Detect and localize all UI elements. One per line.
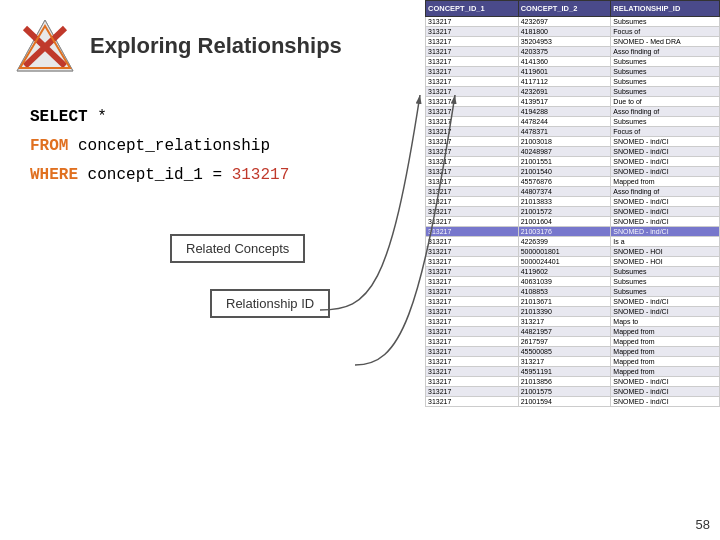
table-cell: Subsumes — [611, 67, 720, 77]
table-cell: 313217 — [426, 137, 519, 147]
table-row: 31321744807374Asso finding of — [426, 187, 720, 197]
sql-select-keyword: SELECT — [30, 108, 88, 126]
annotations-area: Related Concepts Relationship ID — [40, 234, 430, 354]
table-cell: 45500085 — [518, 347, 611, 357]
table-row: 3132174478371Focus of — [426, 127, 720, 137]
table-cell: 4478244 — [518, 117, 611, 127]
table-row: 31321745576876Mapped from — [426, 177, 720, 187]
table-cell: Focus of — [611, 27, 720, 37]
table-cell: 313217 — [426, 277, 519, 287]
table-cell: 313217 — [426, 207, 519, 217]
table-cell: 44807374 — [518, 187, 611, 197]
table-cell: 5000001801 — [518, 247, 611, 257]
table-cell: 313217 — [426, 347, 519, 357]
left-panel: Exploring Relationships SELECT * FROM co… — [0, 0, 430, 540]
table-cell: 4119601 — [518, 67, 611, 77]
table-row: 3132175000001801SNOMED - HOI — [426, 247, 720, 257]
table-cell: SNOMED - ind/CI — [611, 307, 720, 317]
table-cell: Mapped from — [611, 347, 720, 357]
table-cell: Subsumes — [611, 17, 720, 27]
table-cell: SNOMED - ind/CI — [611, 197, 720, 207]
table-cell: 313217 — [426, 317, 519, 327]
table-row: 31321745951191Mapped from — [426, 367, 720, 377]
table-row: 31321721001594SNOMED - ind/CI — [426, 397, 720, 407]
table-row: 3132174478244Subsumes — [426, 117, 720, 127]
table-cell: 4226399 — [518, 237, 611, 247]
table-cell: SNOMED - ind/CI — [611, 387, 720, 397]
table-cell: 4117112 — [518, 77, 611, 87]
table-row: 31321740631039Subsumes — [426, 277, 720, 287]
table-cell: Mapped from — [611, 367, 720, 377]
table-cell: 313217 — [426, 287, 519, 297]
table-cell: Subsumes — [611, 267, 720, 277]
table-cell: 21013856 — [518, 377, 611, 387]
page-number: 58 — [696, 517, 710, 532]
table-row: 31321721013671SNOMED - ind/CI — [426, 297, 720, 307]
table-row: 3132174119601Subsumes — [426, 67, 720, 77]
sql-code: SELECT * FROM concept_relationship WHERE… — [0, 83, 430, 199]
table-cell: 4141360 — [518, 57, 611, 67]
table-cell: 313217 — [426, 197, 519, 207]
sql-table-name: concept_relationship — [68, 137, 270, 155]
table-row: 31321745500085Mapped from — [426, 347, 720, 357]
concept-relationship-table: CONCEPT_ID_1 CONCEPT_ID_2 RELATIONSHIP_I… — [425, 0, 720, 407]
table-cell: 313217 — [426, 367, 519, 377]
table-cell: 45951191 — [518, 367, 611, 377]
table-cell: Asso finding of — [611, 47, 720, 57]
table-cell: 4478371 — [518, 127, 611, 137]
table-cell: 313217 — [426, 57, 519, 67]
table-cell: Mapped from — [611, 177, 720, 187]
table-row: 31321721001540SNOMED - ind/CI — [426, 167, 720, 177]
table-cell: 4203375 — [518, 47, 611, 57]
table-row: 31321740248987SNOMED - ind/CI — [426, 147, 720, 157]
table-cell: 313217 — [426, 157, 519, 167]
table-cell: Asso finding of — [611, 187, 720, 197]
table-row: 3132172617597Mapped from — [426, 337, 720, 347]
table-cell: 313217 — [426, 177, 519, 187]
table-row: 31321721003018SNOMED - ind/CI — [426, 137, 720, 147]
table-cell: 313217 — [426, 337, 519, 347]
table-cell: Subsumes — [611, 87, 720, 97]
table-cell: Subsumes — [611, 117, 720, 127]
table-cell: 4108853 — [518, 287, 611, 297]
table-cell: 313217 — [426, 67, 519, 77]
table-row: 3132174226399Is a — [426, 237, 720, 247]
table-cell: 40631039 — [518, 277, 611, 287]
table-row: 31321721001551SNOMED - ind/CI — [426, 157, 720, 167]
table-cell: 313217 — [426, 37, 519, 47]
table-cell: Maps to — [611, 317, 720, 327]
table-cell: Asso finding of — [611, 107, 720, 117]
table-cell: 4232691 — [518, 87, 611, 97]
table-row: 313217313217Maps to — [426, 317, 720, 327]
table-cell: Subsumes — [611, 57, 720, 67]
table-cell: 313217 — [426, 47, 519, 57]
table-cell: 313217 — [426, 227, 519, 237]
table-cell: 313217 — [426, 187, 519, 197]
header: Exploring Relationships — [0, 0, 430, 83]
sql-value: 313217 — [232, 166, 290, 184]
table-cell: 21001572 — [518, 207, 611, 217]
table-row: 3132174232697Subsumes — [426, 17, 720, 27]
table-cell: 44821957 — [518, 327, 611, 337]
table-cell: Subsumes — [611, 277, 720, 287]
table-cell: SNOMED - ind/CI — [611, 217, 720, 227]
table-cell: Mapped from — [611, 327, 720, 337]
col-header-concept-id-1: CONCEPT_ID_1 — [426, 1, 519, 17]
table-cell: 313217 — [426, 297, 519, 307]
table-row: 3132174232691Subsumes — [426, 87, 720, 97]
table-cell: 35204953 — [518, 37, 611, 47]
sql-line-3: WHERE concept_id_1 = 313217 — [30, 161, 405, 190]
table-body: 3132174232697Subsumes3132174181800Focus … — [426, 17, 720, 407]
table-row: 3132174203375Asso finding of — [426, 47, 720, 57]
table-row: 3132174117112Subsumes — [426, 77, 720, 87]
table-cell: SNOMED - ind/CI — [611, 397, 720, 407]
sql-where-keyword: WHERE — [30, 166, 78, 184]
table-cell: 313217 — [426, 127, 519, 137]
table-cell: 21001594 — [518, 397, 611, 407]
table-cell: 313217 — [426, 247, 519, 257]
table-row: 31321721001604SNOMED - ind/CI — [426, 217, 720, 227]
table-cell: 45576876 — [518, 177, 611, 187]
table-cell: 40248987 — [518, 147, 611, 157]
table-cell: 4119602 — [518, 267, 611, 277]
table-row: 3132174119602Subsumes — [426, 267, 720, 277]
